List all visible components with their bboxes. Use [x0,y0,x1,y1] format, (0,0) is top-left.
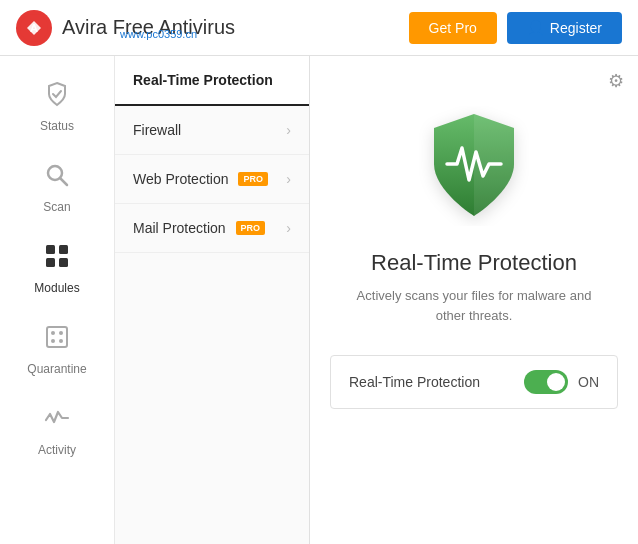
top-bar: A Avira Free Antivirus www.pc0359.cn Get… [0,0,638,56]
right-panel: ⚙ Real-Time Protection Actively scans yo… [310,56,638,544]
toggle-state-label: ON [578,374,599,390]
firewall-chevron: › [286,122,291,138]
middle-item-realtime[interactable]: Real-Time Protection [115,56,309,106]
web-inner: Web Protection PRO [133,171,268,187]
firewall-inner: Firewall [133,122,181,138]
sidebar-item-status[interactable]: Status [0,66,114,147]
mail-chevron: › [286,220,291,236]
svg-rect-4 [46,245,55,254]
app-logo: A [16,10,52,46]
svg-rect-8 [47,327,67,347]
toggle-right: ON [524,370,599,394]
sidebar-item-modules[interactable]: Modules [0,228,114,309]
quarantine-icon [43,323,71,358]
sidebar-item-quarantine[interactable]: Quarantine [0,309,114,390]
quarantine-label: Quarantine [27,362,86,376]
watermark: www.pc0359.cn [120,28,197,40]
register-button[interactable]: 👤 Register [507,12,622,44]
status-label: Status [40,119,74,133]
activity-icon [43,404,71,439]
main-content: Status Scan Modules [0,56,638,544]
top-bar-actions: Get Pro 👤 Register [409,12,622,44]
rtp-title: Real-Time Protection [371,250,577,276]
firewall-label: Firewall [133,122,181,138]
scan-icon [43,161,71,196]
scan-label: Scan [43,200,70,214]
svg-point-12 [59,339,63,343]
middle-item-firewall[interactable]: Firewall › [115,106,309,155]
rtp-description: Actively scans your files for malware an… [344,286,604,325]
settings-icon[interactable]: ⚙ [608,70,624,92]
middle-item-web[interactable]: Web Protection PRO › [115,155,309,204]
shield-icon [419,106,529,226]
realtime-label: Real-Time Protection [133,72,273,88]
modules-label: Modules [34,281,79,295]
middle-item-mail[interactable]: Mail Protection PRO › [115,204,309,253]
sidebar-item-scan[interactable]: Scan [0,147,114,228]
sidebar-item-activity[interactable]: Activity [0,390,114,471]
mail-inner: Mail Protection PRO [133,220,265,236]
toggle-label: Real-Time Protection [349,374,480,390]
svg-rect-5 [59,245,68,254]
get-pro-button[interactable]: Get Pro [409,12,497,44]
web-chevron: › [286,171,291,187]
user-icon: 👤 [527,20,544,36]
realtime-toggle[interactable] [524,370,568,394]
activity-label: Activity [38,443,76,457]
modules-icon [43,242,71,277]
toggle-row: Real-Time Protection ON [330,355,618,409]
web-pro-badge: PRO [238,172,268,186]
mail-label: Mail Protection [133,220,226,236]
svg-rect-6 [46,258,55,267]
svg-point-9 [51,331,55,335]
svg-point-11 [51,339,55,343]
web-label: Web Protection [133,171,228,187]
sidebar: Status Scan Modules [0,56,115,544]
middle-panel: Real-Time Protection Firewall › Web Prot… [115,56,310,544]
svg-line-3 [60,178,67,185]
svg-text:A: A [30,22,38,34]
svg-rect-7 [59,258,68,267]
mail-pro-badge: PRO [236,221,266,235]
status-icon [43,80,71,115]
shield-container [419,106,529,230]
svg-point-10 [59,331,63,335]
